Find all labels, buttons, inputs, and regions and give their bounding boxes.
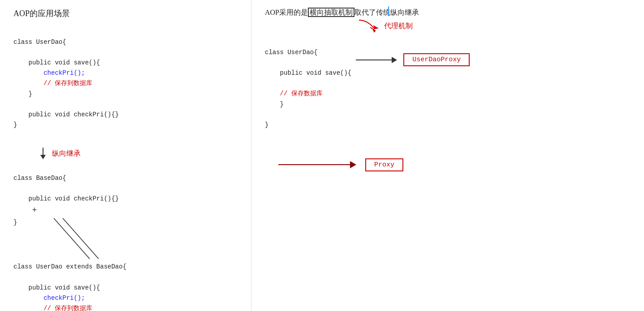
right-code-and-proxy: class UserDao{ public void save(){ // 保存…: [265, 37, 631, 141]
userdaoproxy-label: UserDaoProxy: [412, 56, 461, 64]
code-line: public void checkPri(){}: [13, 111, 119, 118]
section-title: AOP的应用场景: [13, 8, 238, 19]
proxy-label: Proxy: [374, 161, 394, 169]
code-line: checkPri();: [13, 294, 85, 302]
left-code-block-3: class UserDao extends BaseDao{ public vo…: [13, 251, 238, 311]
top-text-part2: 取代了传统纵向继承: [354, 9, 419, 16]
code-line: // 保存到数据库: [13, 305, 92, 311]
code-line: class UserDao{: [13, 38, 66, 46]
proxy-mechanism-label: 代理机制: [384, 21, 413, 31]
top-text-part1: AOP采用的是: [265, 9, 308, 16]
code-line: public void checkPri(){}: [13, 195, 119, 202]
curve-arrow-svg: [354, 19, 381, 33]
left-panel: AOP的应用场景 class UserDao{ public void save…: [0, 0, 251, 311]
arrow-shaft: [43, 148, 43, 155]
code-line: class BaseDao{: [13, 175, 66, 182]
code-line: // 保存到数据库: [13, 80, 92, 87]
vertical-inheritance-arrow: 纵向继承: [40, 148, 238, 159]
code-line: checkPri();: [13, 69, 85, 77]
proxy-mechanism-arrow: 代理机制: [354, 19, 631, 33]
code-line: }: [13, 90, 32, 98]
code-line: public void save(){: [13, 59, 100, 66]
right-panel: AOP采用的是横向抽取机制取代了传统纵向继承 代理机制 class UserDa…: [251, 0, 644, 311]
h-arrow-head-proxy: [350, 161, 356, 168]
code-line: class UserDao{: [265, 49, 318, 56]
cursor-line: [388, 6, 389, 16]
vertical-inheritance-label: 纵向继承: [52, 149, 81, 158]
code-line: // 保存数据库: [265, 90, 323, 97]
arrow-head: [40, 155, 46, 159]
code-line: class UserDao extends BaseDao{: [13, 263, 126, 270]
code-line: }: [13, 121, 17, 128]
userdaoproxy-box: UserDaoProxy: [403, 53, 470, 66]
top-annotation-area: AOP采用的是横向抽取机制取代了传统纵向继承 代理机制: [265, 8, 631, 33]
code-line: }: [265, 121, 268, 128]
top-text-highlight: 横向抽取机制: [308, 8, 354, 17]
top-text-line: AOP采用的是横向抽取机制取代了传统纵向继承: [265, 8, 631, 17]
down-arrow-icon: [40, 148, 46, 159]
proxy-box: Proxy: [365, 158, 403, 171]
code-line: +: [13, 207, 37, 214]
h-arrow-line-save: [356, 60, 392, 60]
right-code-block-1: class UserDao{ public void save(){ // 保存…: [265, 37, 351, 141]
page-container: AOP的应用场景 class UserDao{ public void save…: [0, 0, 644, 311]
proxy-box-container: Proxy: [365, 158, 403, 171]
left-code-block-1: class UserDao{ public void save(){ check…: [13, 27, 238, 141]
code-line: }: [265, 101, 284, 108]
left-code-block-2: class BaseDao{ public void checkPri(){} …: [13, 163, 238, 238]
code-line: public void save(){: [13, 284, 100, 291]
proxy-arrow-row: Proxy: [278, 158, 631, 171]
h-arrow-line-proxy: [278, 164, 350, 165]
save-to-proxy-arrow: UserDaoProxy: [356, 53, 470, 66]
h-arrow-head-save: [392, 57, 397, 63]
code-line: public void save(){: [265, 69, 351, 77]
code-line: }: [13, 219, 17, 226]
